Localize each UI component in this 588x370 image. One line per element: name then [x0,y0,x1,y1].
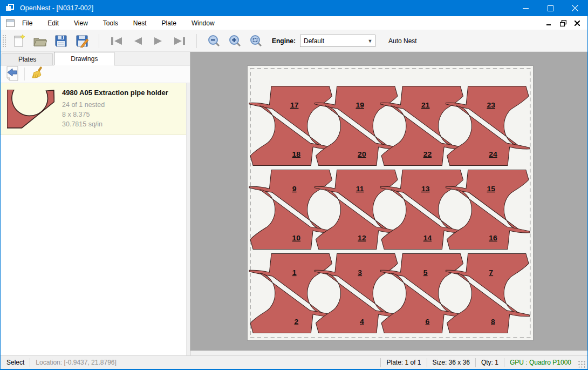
status-qty: Qty: 1 [481,359,498,366]
resize-grip-icon[interactable] [578,360,585,368]
menu-items: FileEditViewToolsNestPlateWindow [15,16,222,30]
status-separator [380,358,381,367]
toolbar-separator [99,34,99,48]
plate-sheet[interactable]: 171819202122232491011121314151612345678 [248,66,533,340]
previous-plate-button[interactable] [129,33,146,49]
go-next-icon [153,36,164,46]
status-size: Size: 36 x 36 [433,359,470,366]
mdi-child-icon[interactable] [6,19,15,27]
drawing-area: 30.7815 sq/in [62,119,168,129]
panel-toolbar-separator [24,68,25,80]
part-number-label: 13 [421,185,430,193]
part-number-label: 10 [292,234,301,242]
drawings-list: 4980 A05 Extraction pipe holder 24 of 1 … [1,83,190,355]
part-number-label: 16 [489,234,497,242]
title-bar: OpenNest - [N0317-002] [1,0,587,16]
part-number-label: 12 [358,234,366,242]
drawing-title: 4980 A05 Extraction pipe holder [62,89,168,97]
part-number-label: 8 [491,318,495,326]
save-button[interactable] [53,33,69,49]
part-number-label: 14 [423,234,432,242]
sidebar-scrollbar[interactable] [186,83,190,355]
part-number-label: 5 [423,268,428,277]
toolbar-grip[interactable] [2,34,6,48]
part-number-label: 22 [423,150,432,158]
drawings-toolbar [1,65,190,83]
auto-nest-button[interactable]: Auto Nest [384,35,421,47]
save-as-button[interactable] [74,33,90,49]
new-file-button[interactable] [11,33,27,49]
toolbar-separator [196,34,197,48]
clean-button[interactable] [29,67,44,81]
part-number-label: 6 [426,318,430,326]
canvas-horizontal-scrollbar[interactable] [190,351,587,355]
close-button[interactable] [563,0,587,16]
open-folder-icon [33,35,47,48]
menu-item-tools[interactable]: Tools [95,16,126,30]
zoom-in-button[interactable] [227,33,243,49]
content-area: PlatesDrawings [1,52,587,355]
zoom-out-button[interactable] [206,33,222,49]
status-right-group: Plate: 1 of 1 Size: 36 x 36 Qty: 1 GPU :… [375,357,587,368]
window-title: OpenNest - [N0317-002] [20,4,93,12]
engine-combobox[interactable]: Default ▼ [300,35,375,47]
save-as-icon [76,35,88,48]
status-separator [475,358,476,367]
drawing-dimensions: 8 x 8.375 [62,110,168,119]
zoom-fit-icon [250,35,263,48]
menu-item-edit[interactable]: Edit [40,16,66,30]
part-number-label: 11 [356,185,364,193]
send-to-plate-button[interactable] [5,67,20,81]
status-location: Location: [-0.9437, 21.8796] [36,359,116,366]
menu-item-nest[interactable]: Nest [126,16,154,30]
first-plate-button[interactable] [108,33,125,49]
zoom-fit-button[interactable] [248,33,264,49]
clean-broom-icon [30,66,44,83]
part-number-label: 15 [487,185,496,193]
child-close-icon[interactable] [571,18,583,29]
drawing-thumbnail [7,90,54,129]
child-restore-icon[interactable] [557,18,569,29]
app-window: OpenNest - [N0317-002] FileEditViewTools… [0,0,588,370]
zoom-out-icon [208,35,221,48]
part-number-label: 17 [290,101,299,109]
maximize-button[interactable] [538,0,563,16]
part-number-label: 24 [489,150,497,158]
engine-value: Default [300,37,324,45]
part-number-label: 2 [294,318,298,326]
tab-drawings[interactable]: Drawings [54,52,114,65]
tab-plates[interactable]: Plates [2,53,53,65]
part-number-label: 19 [355,101,364,109]
chevron-down-icon[interactable]: ▼ [365,35,375,46]
part-number-label: 20 [358,150,366,158]
minimize-button[interactable] [513,0,538,16]
menu-item-window[interactable]: Window [184,16,222,30]
part-number-label: 23 [487,101,496,109]
nest-canvas[interactable]: 171819202122232491011121314151612345678 [190,52,587,355]
open-button[interactable] [32,33,48,49]
drawing-list-item[interactable]: 4980 A05 Extraction pipe holder 24 of 1 … [1,83,190,135]
child-minimize-icon[interactable] [543,18,555,29]
status-separator [427,358,427,367]
drawing-nested-count: 24 of 1 nested [62,100,168,110]
last-plate-button[interactable] [172,33,188,49]
status-separator [30,358,30,367]
menu-bar: FileEditViewToolsNestPlateWindow [1,16,587,30]
send-to-plate-icon [5,66,19,83]
next-plate-button[interactable] [151,33,167,49]
part-number-label: 4 [360,318,364,326]
go-last-icon [173,36,186,46]
menu-item-plate[interactable]: Plate [154,16,184,30]
status-bar: Select Location: [-0.9437, 21.8796] Plat… [1,355,587,369]
zoom-in-icon [229,35,242,48]
part-number-label: 18 [292,150,301,158]
save-icon [54,35,67,48]
part-number-label: 1 [292,268,297,277]
part-number-label: 9 [292,185,297,193]
sidebar: PlatesDrawings [1,52,190,355]
menu-item-view[interactable]: View [66,16,95,30]
go-previous-icon [132,36,143,46]
menu-item-file[interactable]: File [15,16,40,30]
status-plate: Plate: 1 of 1 [386,359,421,366]
new-file-icon [12,34,25,48]
